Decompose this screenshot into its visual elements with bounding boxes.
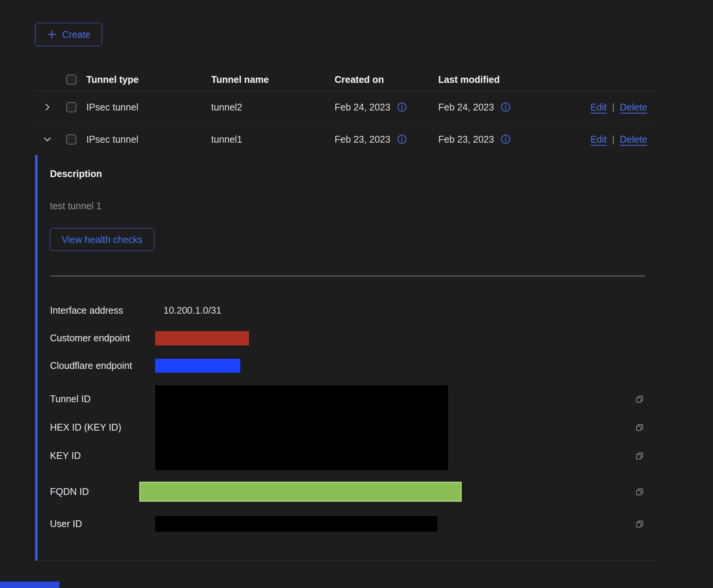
column-header-tunnel-name: Tunnel name bbox=[211, 74, 335, 85]
section-divider bbox=[50, 276, 645, 276]
created-on-info-icon[interactable] bbox=[397, 134, 407, 144]
info-icon bbox=[397, 102, 407, 112]
description-value: test tunnel 1 bbox=[50, 201, 656, 212]
copy-hex-id-button[interactable] bbox=[635, 423, 644, 432]
info-icon bbox=[501, 134, 511, 144]
table-row-tunnel2: IPsec tunnel tunnel2 Feb 24, 2023 Feb 24… bbox=[35, 91, 656, 123]
user-id-redacted-value bbox=[155, 516, 437, 532]
copy-user-id-button[interactable] bbox=[635, 520, 644, 529]
created-on-value: Feb 23, 2023 bbox=[335, 134, 390, 145]
delete-link[interactable]: Delete bbox=[620, 134, 647, 145]
created-on-info-icon[interactable] bbox=[397, 102, 407, 112]
interface-address-value: 10.200.1.0/31 bbox=[155, 305, 635, 316]
row-checkbox[interactable] bbox=[66, 102, 76, 112]
expand-row-button[interactable] bbox=[43, 103, 51, 111]
customer-endpoint-redacted-value bbox=[155, 331, 249, 345]
create-button-label: Create bbox=[62, 29, 90, 40]
tunnels-page: Create Tunnel type Tunnel name Created o… bbox=[35, 23, 656, 561]
column-header-tunnel-type: Tunnel type bbox=[86, 74, 211, 85]
last-modified-info-icon[interactable] bbox=[501, 134, 511, 144]
edit-link[interactable]: Edit bbox=[590, 134, 607, 145]
table-row-tunnel1: IPsec tunnel tunnel1 Feb 23, 2023 Feb 23… bbox=[35, 123, 656, 155]
cloudflare-endpoint-row: Cloudflare endpoint bbox=[50, 352, 656, 380]
interface-address-label: Interface address bbox=[50, 305, 155, 316]
row-checkbox[interactable] bbox=[66, 134, 76, 145]
info-icon bbox=[501, 102, 511, 112]
key-id-label: KEY ID bbox=[50, 450, 155, 461]
view-health-checks-label: View health checks bbox=[62, 234, 143, 245]
tunnel-name-cell: tunnel2 bbox=[211, 102, 335, 113]
tunnel-type-cell: IPsec tunnel bbox=[86, 134, 211, 145]
copy-icon bbox=[635, 423, 644, 432]
view-health-checks-button[interactable]: View health checks bbox=[50, 228, 154, 251]
created-on-value: Feb 24, 2023 bbox=[335, 102, 390, 113]
column-header-created-on: Created on bbox=[335, 74, 438, 85]
action-separator: | bbox=[612, 134, 615, 145]
chevron-right-icon bbox=[43, 103, 51, 111]
collapse-row-button[interactable] bbox=[43, 135, 51, 143]
customer-endpoint-label: Customer endpoint bbox=[50, 333, 155, 344]
bottom-left-accent-bar bbox=[0, 582, 59, 588]
copy-key-id-button[interactable] bbox=[635, 451, 644, 460]
tunnel-detail-fields: Interface address 10.200.1.0/31 Customer… bbox=[50, 297, 656, 538]
user-id-label: User ID bbox=[50, 518, 155, 529]
tunnel-id-group: Tunnel ID HEX ID (KEY ID) KEY ID bbox=[50, 385, 656, 470]
copy-icon bbox=[635, 520, 644, 529]
table-header-row: Tunnel type Tunnel name Created on Last … bbox=[35, 68, 656, 91]
copy-icon bbox=[635, 451, 644, 460]
description-label: Description bbox=[50, 168, 656, 179]
action-separator: | bbox=[612, 102, 615, 113]
chevron-down-icon bbox=[43, 135, 51, 143]
last-modified-value: Feb 24, 2023 bbox=[438, 102, 494, 113]
plus-icon bbox=[47, 30, 57, 39]
copy-icon bbox=[635, 487, 644, 496]
tunnel-id-label: Tunnel ID bbox=[50, 394, 155, 404]
column-header-last-modified: Last modified bbox=[438, 74, 582, 85]
tunnel-type-cell: IPsec tunnel bbox=[86, 102, 211, 113]
copy-fqdn-id-button[interactable] bbox=[635, 487, 644, 496]
tunnel-name-cell: tunnel1 bbox=[211, 134, 335, 145]
last-modified-info-icon[interactable] bbox=[501, 102, 511, 112]
customer-endpoint-row: Customer endpoint bbox=[50, 324, 656, 352]
edit-link[interactable]: Edit bbox=[590, 102, 607, 113]
info-icon bbox=[397, 134, 407, 144]
create-button[interactable]: Create bbox=[35, 23, 102, 46]
fqdn-id-row: FQDN ID bbox=[50, 478, 656, 506]
copy-icon bbox=[635, 395, 644, 404]
fqdn-id-redacted-value bbox=[139, 482, 462, 502]
cloudflare-endpoint-redacted-value bbox=[155, 359, 240, 373]
interface-address-row: Interface address 10.200.1.0/31 bbox=[50, 297, 656, 324]
expanded-tunnel-details: Description test tunnel 1 View health ch… bbox=[35, 155, 656, 561]
copy-tunnel-id-button[interactable] bbox=[635, 395, 644, 404]
user-id-row: User ID bbox=[50, 510, 656, 538]
last-modified-value: Feb 23, 2023 bbox=[438, 134, 494, 145]
cloudflare-endpoint-label: Cloudflare endpoint bbox=[50, 360, 155, 371]
id-values-redacted-block bbox=[155, 385, 448, 470]
select-all-checkbox[interactable] bbox=[66, 75, 76, 85]
hex-id-label: HEX ID (KEY ID) bbox=[50, 422, 155, 433]
tunnels-table: Tunnel type Tunnel name Created on Last … bbox=[35, 68, 656, 561]
delete-link[interactable]: Delete bbox=[620, 102, 647, 113]
